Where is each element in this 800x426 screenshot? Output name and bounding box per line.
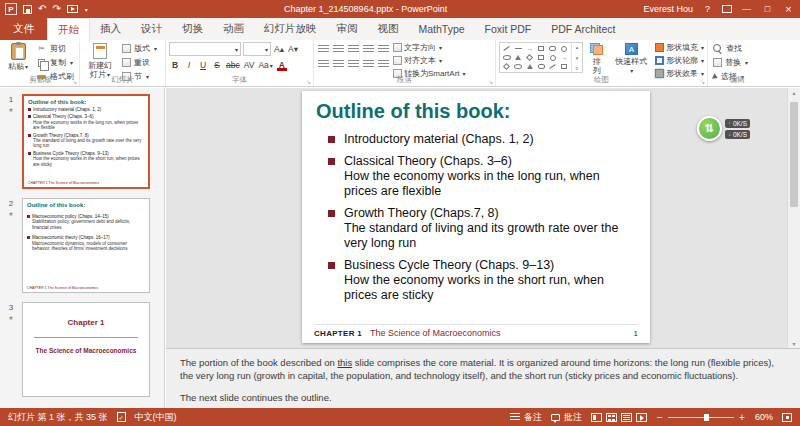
font-color-button[interactable]: A (276, 58, 288, 71)
shape-ellipse-icon[interactable] (503, 55, 511, 60)
reset-button[interactable]: 重设 (120, 56, 159, 69)
normal-view-button[interactable] (591, 413, 602, 422)
notes-toggle-button[interactable]: 备注 (510, 411, 542, 424)
change-case-button[interactable]: Aa (257, 58, 273, 71)
shapes-more-icon[interactable] (576, 65, 579, 71)
tab-home[interactable]: 开始 (47, 18, 90, 41)
shapes-gallery[interactable] (499, 42, 583, 73)
spell-check-icon[interactable] (117, 412, 126, 422)
shape-ellipse-icon[interactable] (514, 64, 522, 69)
decrease-indent-button[interactable] (347, 42, 360, 55)
bold-button[interactable]: B (169, 58, 181, 71)
shape-line-icon[interactable] (550, 64, 556, 69)
numbering-button[interactable] (332, 42, 345, 55)
shape-rectangle-icon[interactable] (561, 64, 567, 69)
shape-rounded-rectangle-icon[interactable] (549, 46, 556, 51)
decrease-font-size-button[interactable]: A▾ (287, 43, 299, 56)
help-button[interactable] (701, 4, 714, 14)
powerpoint-app-icon[interactable]: P (5, 3, 17, 15)
ribbon-display-options-icon[interactable] (722, 5, 732, 13)
shape-triangle-icon[interactable] (515, 55, 521, 60)
align-text-button[interactable]: 对齐文本 (393, 55, 466, 66)
shape-diamond-icon[interactable] (526, 54, 533, 61)
paste-button[interactable]: 粘贴 (5, 42, 31, 72)
shape-circle-icon[interactable] (550, 55, 556, 61)
slideshow-view-button[interactable] (636, 413, 647, 422)
tab-review[interactable]: 审阅 (327, 18, 368, 40)
font-size-select[interactable] (243, 42, 271, 56)
paragraph-dialog-launcher-icon[interactable] (488, 78, 493, 85)
scroll-down-icon[interactable] (788, 340, 800, 347)
tab-slideshow[interactable]: 幻灯片放映 (254, 18, 327, 40)
italic-button[interactable]: I (183, 58, 195, 71)
drawing-dialog-launcher-icon[interactable] (700, 78, 705, 85)
tab-insert[interactable]: 插入 (90, 18, 131, 40)
shapes-scroll-up-icon[interactable] (576, 44, 579, 50)
start-slideshow-icon[interactable] (67, 5, 78, 13)
zoom-out-button[interactable]: − (656, 412, 664, 423)
slide-title[interactable]: Outline of this book: (302, 91, 650, 123)
character-spacing-button[interactable]: AV (243, 58, 256, 71)
shape-outline-button[interactable]: 形状轮廓 (655, 55, 704, 66)
close-button[interactable] (782, 3, 795, 15)
clear-formatting-button[interactable]: abc (225, 58, 241, 71)
slide-thumbnail-1[interactable]: Outline of this book: Introductory mater… (22, 94, 150, 189)
maximize-button[interactable] (761, 4, 774, 14)
increase-indent-button[interactable] (362, 42, 375, 55)
speed-widget-icon[interactable] (697, 116, 722, 141)
tab-pdf-architect[interactable]: PDF Architect (541, 18, 625, 40)
font-name-select[interactable] (169, 42, 241, 56)
comments-toggle-button[interactable]: 批注 (551, 411, 582, 424)
slide-thumbnail-2[interactable]: Outline of this book: Macroeconomic poli… (22, 198, 150, 293)
slide-canvas[interactable]: Outline of this book: Introductory mater… (302, 91, 650, 343)
clipboard-dialog-launcher-icon[interactable] (72, 78, 77, 85)
slide-counter[interactable]: 幻灯片 第 1 张，共 35 张 (8, 411, 108, 424)
tab-animations[interactable]: 动画 (213, 18, 254, 40)
undo-icon[interactable] (38, 4, 46, 14)
shape-rectangle-icon[interactable] (538, 55, 544, 60)
tab-view[interactable]: 视图 (368, 18, 409, 40)
scroll-up-icon[interactable] (788, 89, 800, 96)
shape-rectangle-icon[interactable] (538, 46, 544, 51)
tab-transitions[interactable]: 切换 (172, 18, 213, 40)
layout-button[interactable]: 版式 (120, 42, 159, 55)
vertical-scrollbar[interactable] (787, 88, 800, 348)
shape-diamond-icon[interactable] (503, 63, 510, 70)
cut-button[interactable]: 剪切 (34, 42, 76, 55)
account-user-name[interactable]: Everest Hou (643, 4, 693, 14)
tab-design[interactable]: 设计 (131, 18, 172, 40)
network-speed-widget[interactable]: 0K/S 0K/S (697, 116, 750, 141)
zoom-slider[interactable] (668, 417, 734, 418)
zoom-slider-thumb[interactable] (704, 414, 709, 421)
tab-foxit-pdf[interactable]: Foxit PDF (475, 18, 542, 40)
shape-line-icon[interactable] (515, 48, 522, 49)
font-dialog-launcher-icon[interactable] (306, 78, 311, 85)
replace-button[interactable]: 替换 (711, 56, 750, 69)
align-center-button[interactable] (332, 57, 345, 70)
shapes-scroll-down-icon[interactable] (576, 55, 579, 61)
shape-rounded-rectangle-icon[interactable] (538, 64, 545, 69)
increase-font-size-button[interactable]: A▴ (273, 43, 285, 56)
tab-file[interactable]: 文件 (0, 18, 47, 40)
line-spacing-button[interactable] (377, 42, 390, 55)
slide-body-text[interactable]: Introductory material (Chaps. 1, 2) Clas… (302, 123, 650, 303)
shape-fill-button[interactable]: 形状填充 (655, 42, 704, 53)
text-direction-button[interactable]: 文字方向 (393, 42, 466, 53)
zoom-in-button[interactable]: + (738, 412, 746, 423)
bullets-button[interactable] (317, 42, 330, 55)
justify-button[interactable] (362, 57, 375, 70)
slide-sorter-view-button[interactable] (606, 413, 617, 422)
notes-pane[interactable]: The portion of the book described on thi… (166, 348, 800, 408)
arrange-button[interactable]: 排列 (586, 42, 608, 76)
shape-arrow-icon[interactable] (561, 54, 568, 61)
minimize-button[interactable] (740, 4, 753, 14)
zoom-level[interactable]: 60% (755, 412, 773, 422)
save-icon[interactable] (23, 5, 32, 14)
tab-mathtype[interactable]: MathType (409, 18, 475, 40)
scrollbar-thumb[interactable] (790, 102, 798, 207)
reading-view-button[interactable] (621, 413, 632, 422)
copy-button[interactable]: 复制 (34, 56, 76, 69)
redo-icon[interactable] (52, 4, 60, 14)
strikethrough-button[interactable]: S (211, 58, 223, 71)
find-button[interactable]: 查找 (711, 42, 744, 55)
